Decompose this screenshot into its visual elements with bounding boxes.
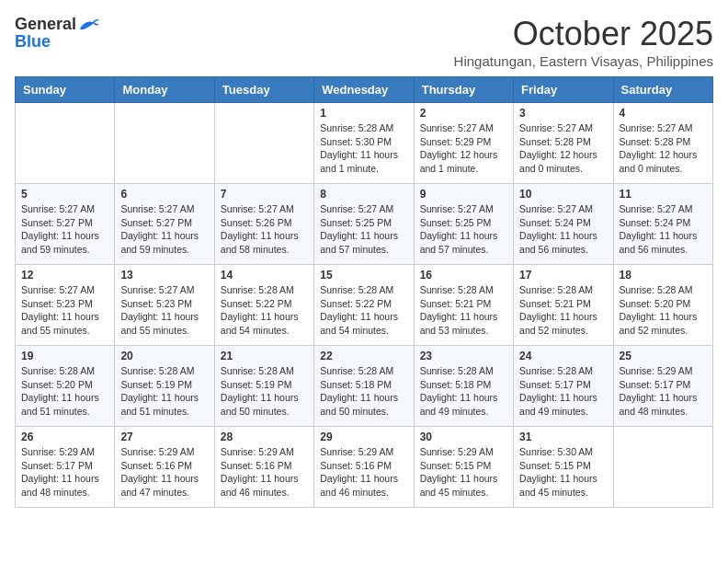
sunrise-text: Sunrise: 5:28 AM: [221, 365, 294, 376]
sunrise-text: Sunrise: 5:28 AM: [221, 284, 294, 295]
logo-general-text: General: [15, 15, 76, 34]
day-number: 21: [221, 350, 308, 362]
sunrise-text: Sunrise: 5:27 AM: [620, 122, 693, 133]
day-info: Sunrise: 5:27 AMSunset: 5:24 PMDaylight:…: [620, 202, 707, 257]
daylight-text: Daylight: 11 hours and 52 minutes.: [519, 311, 597, 336]
daylight-text: Daylight: 11 hours and 55 minutes.: [120, 311, 199, 336]
header-saturday: Saturday: [613, 77, 712, 103]
sunrise-text: Sunrise: 5:29 AM: [120, 446, 194, 457]
day-info: Sunrise: 5:28 AMSunset: 5:17 PMDaylight:…: [519, 364, 607, 419]
day-info: Sunrise: 5:28 AMSunset: 5:30 PMDaylight:…: [320, 121, 407, 176]
day-info: Sunrise: 5:28 AMSunset: 5:20 PMDaylight:…: [21, 364, 108, 419]
calendar-week-row: 19Sunrise: 5:28 AMSunset: 5:20 PMDayligh…: [16, 346, 713, 427]
day-number: 12: [21, 269, 108, 282]
day-info: Sunrise: 5:29 AMSunset: 5:16 PMDaylight:…: [120, 445, 208, 500]
table-row: 31Sunrise: 5:30 AMSunset: 5:15 PMDayligh…: [514, 427, 613, 508]
sunrise-text: Sunrise: 5:28 AM: [620, 284, 693, 295]
sunset-text: Sunset: 5:25 PM: [420, 217, 492, 228]
sunset-text: Sunset: 5:18 PM: [420, 379, 492, 390]
sunrise-text: Sunrise: 5:29 AM: [620, 365, 693, 376]
sunset-text: Sunset: 5:29 PM: [420, 136, 492, 147]
daylight-text: Daylight: 11 hours and 53 minutes.: [420, 311, 498, 336]
day-info: Sunrise: 5:29 AMSunset: 5:16 PMDaylight:…: [221, 445, 308, 500]
table-row: [16, 103, 115, 184]
day-number: 23: [420, 350, 507, 362]
sunset-text: Sunset: 5:21 PM: [420, 298, 492, 309]
day-number: 6: [120, 188, 208, 201]
day-info: Sunrise: 5:27 AMSunset: 5:28 PMDaylight:…: [519, 121, 607, 176]
daylight-text: Daylight: 11 hours and 46 minutes.: [320, 473, 398, 498]
day-number: 19: [21, 350, 108, 362]
table-row: 29Sunrise: 5:29 AMSunset: 5:16 PMDayligh…: [314, 427, 414, 508]
calendar-table: Sunday Monday Tuesday Wednesday Thursday…: [15, 76, 713, 508]
day-info: Sunrise: 5:29 AMSunset: 5:16 PMDaylight:…: [320, 445, 407, 500]
sunset-text: Sunset: 5:28 PM: [620, 136, 691, 147]
table-row: 26Sunrise: 5:29 AMSunset: 5:17 PMDayligh…: [16, 427, 115, 508]
day-info: Sunrise: 5:27 AMSunset: 5:28 PMDaylight:…: [620, 121, 707, 176]
day-number: 16: [420, 269, 507, 282]
table-row: 6Sunrise: 5:27 AMSunset: 5:27 PMDaylight…: [115, 184, 214, 265]
sunset-text: Sunset: 5:16 PM: [320, 460, 392, 471]
table-row: 28Sunrise: 5:29 AMSunset: 5:16 PMDayligh…: [214, 427, 313, 508]
day-number: 11: [620, 188, 707, 201]
sunset-text: Sunset: 5:21 PM: [519, 298, 591, 309]
sunrise-text: Sunrise: 5:27 AM: [620, 203, 693, 214]
sunset-text: Sunset: 5:28 PM: [519, 136, 591, 147]
daylight-text: Daylight: 12 hours and 0 minutes.: [620, 149, 698, 174]
day-number: 31: [519, 431, 607, 443]
table-row: 14Sunrise: 5:28 AMSunset: 5:22 PMDayligh…: [214, 265, 313, 346]
location-text: Hingatungan, Eastern Visayas, Philippine…: [454, 53, 713, 69]
calendar-week-row: 26Sunrise: 5:29 AMSunset: 5:17 PMDayligh…: [16, 427, 713, 508]
daylight-text: Daylight: 11 hours and 59 minutes.: [120, 230, 199, 255]
table-row: 15Sunrise: 5:28 AMSunset: 5:22 PMDayligh…: [314, 265, 414, 346]
day-number: 7: [221, 188, 308, 201]
daylight-text: Daylight: 11 hours and 54 minutes.: [320, 311, 398, 336]
header-friday: Friday: [514, 77, 613, 103]
sunrise-text: Sunrise: 5:28 AM: [21, 365, 95, 376]
day-number: 13: [120, 269, 208, 282]
daylight-text: Daylight: 11 hours and 1 minute.: [320, 149, 398, 174]
sunset-text: Sunset: 5:22 PM: [320, 298, 392, 309]
daylight-text: Daylight: 11 hours and 50 minutes.: [221, 392, 299, 417]
calendar-week-row: 1Sunrise: 5:28 AMSunset: 5:30 PMDaylight…: [16, 103, 713, 184]
daylight-text: Daylight: 11 hours and 52 minutes.: [620, 311, 698, 336]
table-row: 3Sunrise: 5:27 AMSunset: 5:28 PMDaylight…: [514, 103, 613, 184]
table-row: [115, 103, 214, 184]
day-info: Sunrise: 5:27 AMSunset: 5:23 PMDaylight:…: [120, 283, 208, 338]
day-info: Sunrise: 5:27 AMSunset: 5:25 PMDaylight:…: [320, 202, 407, 257]
day-number: 24: [519, 350, 607, 362]
day-number: 26: [21, 431, 108, 443]
sunrise-text: Sunrise: 5:28 AM: [320, 284, 393, 295]
daylight-text: Daylight: 11 hours and 58 minutes.: [221, 230, 299, 255]
daylight-text: Daylight: 11 hours and 55 minutes.: [21, 311, 99, 336]
table-row: 25Sunrise: 5:29 AMSunset: 5:17 PMDayligh…: [613, 346, 712, 427]
daylight-text: Daylight: 11 hours and 57 minutes.: [420, 230, 498, 255]
daylight-text: Daylight: 11 hours and 57 minutes.: [320, 230, 398, 255]
daylight-text: Daylight: 11 hours and 59 minutes.: [21, 230, 99, 255]
daylight-text: Daylight: 11 hours and 47 minutes.: [120, 473, 199, 498]
day-number: 22: [320, 350, 407, 362]
daylight-text: Daylight: 12 hours and 0 minutes.: [519, 149, 597, 174]
sunrise-text: Sunrise: 5:27 AM: [21, 284, 95, 295]
month-title: October 2025: [454, 15, 713, 53]
sunrise-text: Sunrise: 5:28 AM: [420, 284, 494, 295]
table-row: 9Sunrise: 5:27 AMSunset: 5:25 PMDaylight…: [414, 184, 513, 265]
day-info: Sunrise: 5:29 AMSunset: 5:17 PMDaylight:…: [620, 364, 707, 419]
header-wednesday: Wednesday: [314, 77, 414, 103]
sunset-text: Sunset: 5:15 PM: [420, 460, 492, 471]
daylight-text: Daylight: 11 hours and 45 minutes.: [420, 473, 498, 498]
table-row: 24Sunrise: 5:28 AMSunset: 5:17 PMDayligh…: [514, 346, 613, 427]
sunrise-text: Sunrise: 5:28 AM: [120, 365, 194, 376]
day-info: Sunrise: 5:28 AMSunset: 5:19 PMDaylight:…: [221, 364, 308, 419]
day-info: Sunrise: 5:28 AMSunset: 5:22 PMDaylight:…: [221, 283, 308, 338]
day-info: Sunrise: 5:27 AMSunset: 5:24 PMDaylight:…: [519, 202, 607, 257]
day-number: 27: [120, 431, 208, 443]
daylight-text: Daylight: 11 hours and 45 minutes.: [519, 473, 597, 498]
sunrise-text: Sunrise: 5:27 AM: [120, 203, 194, 214]
daylight-text: Daylight: 11 hours and 49 minutes.: [420, 392, 498, 417]
sunset-text: Sunset: 5:15 PM: [519, 460, 591, 471]
day-number: 5: [21, 188, 108, 201]
table-row: 4Sunrise: 5:27 AMSunset: 5:28 PMDaylight…: [613, 103, 712, 184]
table-row: 11Sunrise: 5:27 AMSunset: 5:24 PMDayligh…: [613, 184, 712, 265]
table-row: 21Sunrise: 5:28 AMSunset: 5:19 PMDayligh…: [214, 346, 313, 427]
